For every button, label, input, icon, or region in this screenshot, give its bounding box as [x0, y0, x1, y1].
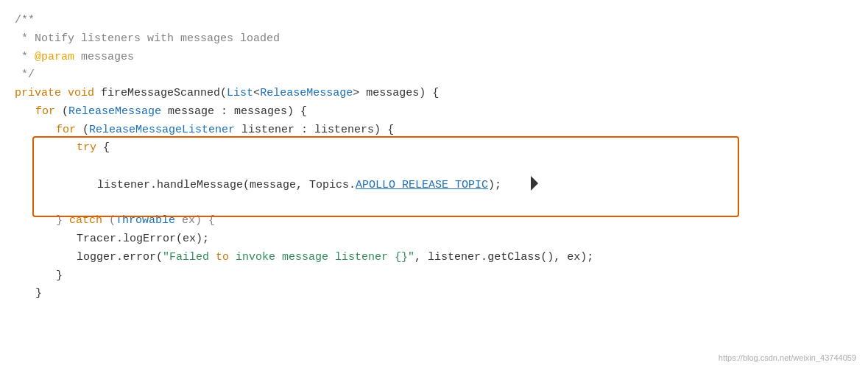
code-line-for-outer: for (ReleaseMessage message : messages) …	[15, 103, 853, 121]
code-container: /** * Notify listeners with messages loa…	[0, 0, 868, 371]
code-line-annotation: * @param messages	[15, 49, 853, 67]
code-line-for-inner: for (ReleaseMessageListener listener : l…	[15, 121, 853, 140]
svg-marker-0	[531, 176, 538, 191]
code-line-handle: listener.handleMessage(message, Topics.A…	[15, 158, 853, 212]
code-line-comment1: /**	[15, 12, 853, 30]
code-line-comment2: * Notify listeners with messages loaded	[15, 30, 853, 49]
code-line-try: try {	[15, 139, 853, 158]
code-line-method-sig: private void fireMessageScanned(List<Rel…	[15, 85, 853, 103]
code-line-close2: }	[15, 285, 853, 303]
code-line-comment3: */	[15, 66, 853, 85]
code-line-logger: logger.error("Failed to invoke message l…	[15, 249, 853, 267]
footer-url: https://blog.csdn.net/weixin_43744059	[719, 352, 856, 365]
code-line-tracer: Tracer.logError(ex);	[15, 230, 853, 249]
code-line-close1: }	[15, 267, 853, 286]
code-line-catch: } catch (Throwable ex) {	[15, 212, 853, 230]
